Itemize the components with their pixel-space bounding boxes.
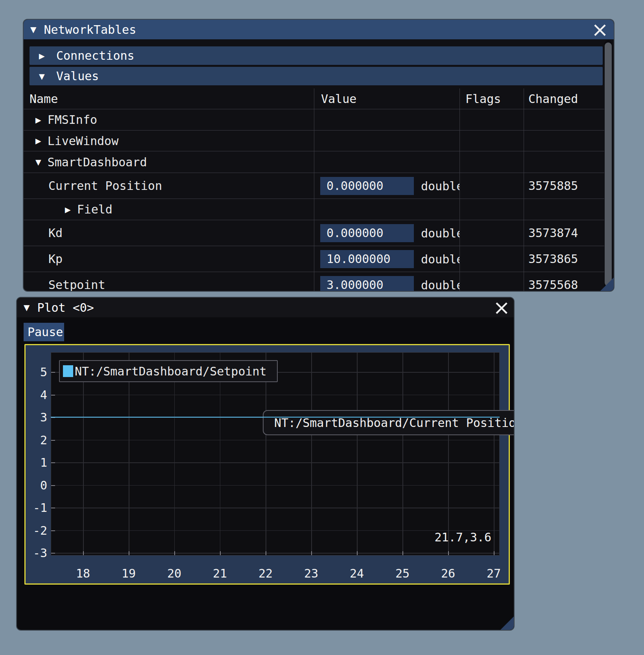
value-input[interactable]: [320, 276, 414, 291]
x-tick-label: 27: [487, 567, 501, 580]
column-header-name[interactable]: Name: [24, 88, 314, 109]
tree-node-fmsinfo[interactable]: ▶ FMSInfo: [24, 109, 314, 130]
setpoint-series-line: [51, 417, 500, 418]
table-row: Current Position double 3575885: [24, 173, 604, 199]
column-header-value[interactable]: Value: [314, 88, 459, 109]
collapse-arrow-icon[interactable]: ▼: [24, 303, 30, 312]
plot-legend[interactable]: NT:/SmartDashboard/Setpoint: [59, 360, 278, 382]
row-flags-cell: [459, 272, 524, 291]
row-name: SmartDashboard: [48, 155, 147, 169]
y-tick-label: -1: [26, 501, 47, 515]
table-row: ▶ Field: [24, 199, 604, 220]
table-header-row: Name Value Flags Changed: [24, 88, 604, 109]
row-value-cell: double: [314, 272, 459, 291]
row-flags-cell: [459, 131, 524, 151]
table-row: ▼ SmartDashboard: [24, 151, 604, 173]
close-icon[interactable]: ×: [493, 298, 511, 316]
y-tick-marks: [51, 353, 55, 555]
y-tick-label: 1: [26, 456, 47, 469]
pause-button[interactable]: Pause: [24, 323, 64, 341]
scrollbar-track[interactable]: [604, 40, 612, 289]
tree-node-field[interactable]: ▶ Field: [24, 199, 314, 220]
close-icon[interactable]: ×: [591, 20, 609, 39]
row-value-cell: [314, 109, 459, 130]
row-changed-cell: [524, 151, 604, 173]
table-row: Setpoint double 3575568: [24, 272, 604, 291]
row-kd: Kd: [24, 220, 314, 246]
x-tick-label: 19: [122, 567, 136, 580]
collapse-arrow-icon[interactable]: ▼: [30, 25, 36, 34]
window-title: Plot <0>: [37, 301, 94, 315]
legend-series-label: NT:/SmartDashboard/Setpoint: [75, 364, 267, 378]
resize-grip[interactable]: [500, 616, 514, 630]
chevron-right-icon: ▶: [39, 52, 49, 60]
column-header-flags[interactable]: Flags: [459, 88, 524, 109]
connections-header[interactable]: ▶ Connections: [30, 46, 603, 65]
row-current-position: Current Position: [24, 173, 314, 199]
value-input[interactable]: [320, 250, 414, 268]
y-tick-label: 4: [26, 388, 47, 401]
value-type-label: double: [421, 252, 459, 266]
row-setpoint: Setpoint: [24, 272, 314, 291]
connections-label: Connections: [56, 49, 135, 63]
plot-area[interactable]: 21.7,3.6: [51, 352, 500, 556]
y-tick-label: 0: [26, 478, 47, 492]
x-tick-label: 26: [441, 567, 455, 580]
plot-titlebar[interactable]: ▼ Plot <0>: [17, 298, 514, 317]
chevron-right-icon: ▶: [65, 205, 71, 214]
row-changed-cell: 3573874: [524, 220, 604, 246]
x-tick-label: 20: [167, 567, 181, 580]
row-flags-cell: [459, 220, 524, 246]
y-tick-label: 2: [26, 433, 47, 447]
plot-window: ▼ Plot <0> × Pause 21.7,3.6 5 4 3 2 1 0 …: [17, 298, 514, 630]
row-flags-cell: [459, 246, 524, 272]
value-input[interactable]: [320, 177, 414, 195]
values-table: Name Value Flags Changed ▶ FMSInfo: [24, 88, 604, 291]
table-row: Kp double 3573865: [24, 246, 604, 272]
row-changed-cell: [524, 109, 604, 130]
y-tick-label: -2: [26, 523, 47, 537]
resize-grip[interactable]: [600, 278, 614, 291]
row-value-cell: [314, 131, 459, 151]
row-value-cell: [314, 151, 459, 173]
value-input[interactable]: [320, 224, 414, 242]
row-changed-cell: 3575885: [524, 173, 604, 199]
tree-node-livewindow[interactable]: ▶ LiveWindow: [24, 131, 314, 151]
cursor-readout: 21.7,3.6: [435, 530, 492, 544]
plot-frame: 21.7,3.6 5 4 3 2 1 0 -1 -2 -3 18 19 20 2…: [24, 344, 510, 585]
value-type-label: double: [421, 226, 459, 240]
x-tick-label: 21: [213, 567, 227, 580]
row-changed-cell: 3573865: [524, 246, 604, 272]
drag-tooltip-label: NT:/SmartDashboard/Current Position: [274, 416, 514, 430]
y-tick-label: 5: [26, 365, 47, 379]
value-type-label: double: [421, 179, 459, 193]
values-header[interactable]: ▼ Values: [30, 67, 603, 85]
table-row: ▶ LiveWindow: [24, 131, 604, 151]
networktables-titlebar[interactable]: ▼ NetworkTables: [24, 20, 614, 39]
x-tick-label: 25: [395, 567, 410, 580]
tree-node-smartdashboard[interactable]: ▼ SmartDashboard: [24, 151, 314, 173]
row-value-cell: double: [314, 173, 459, 199]
row-changed-cell: 3575568: [524, 272, 604, 291]
column-header-changed[interactable]: Changed: [524, 88, 604, 109]
row-name: Field: [77, 202, 113, 216]
chevron-down-icon: ▼: [39, 72, 49, 81]
row-value-cell: [314, 199, 459, 220]
row-name: Kp: [48, 252, 63, 266]
networktables-window: ▼ NetworkTables × ▶ Connections ▼ Values…: [24, 20, 614, 291]
y-tick-label: -3: [26, 546, 47, 560]
desktop: ▼ NetworkTables × ▶ Connections ▼ Values…: [0, 0, 644, 655]
row-value-cell: double: [314, 246, 459, 272]
series-color-swatch[interactable]: [63, 365, 73, 377]
x-tick-label: 24: [350, 567, 364, 580]
values-label: Values: [56, 69, 99, 83]
row-kp: Kp: [24, 246, 314, 272]
x-tick-marks: [51, 551, 499, 555]
row-name: LiveWindow: [48, 134, 119, 148]
row-flags-cell: [459, 173, 524, 199]
window-title: NetworkTables: [44, 23, 136, 37]
row-changed-cell: [524, 199, 604, 220]
row-flags-cell: [459, 151, 524, 173]
value-type-label: double: [421, 278, 459, 291]
scrollbar-thumb[interactable]: [605, 42, 612, 286]
